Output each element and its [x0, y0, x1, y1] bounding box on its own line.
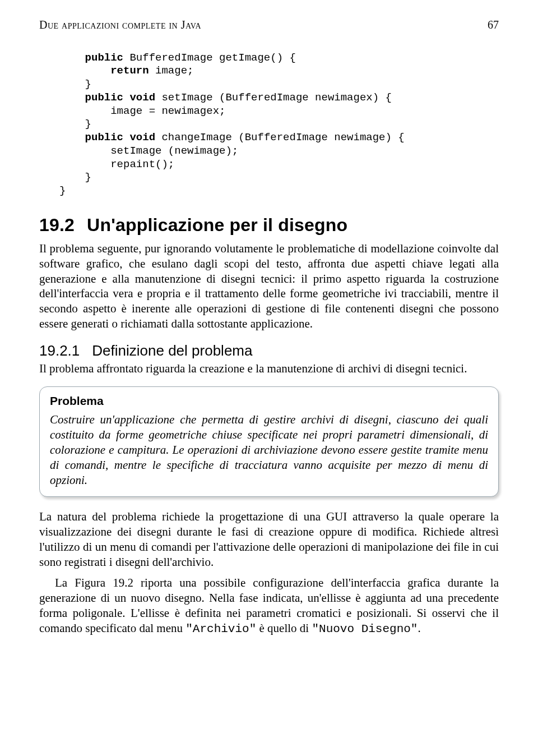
- section-title: Un'applicazione per il disegno: [87, 215, 347, 235]
- inline-code-archivio: "Archivio": [185, 623, 256, 635]
- subsection-title: Definizione del problema: [92, 342, 252, 359]
- subsection-heading-19-2-1: 19.2.1Definizione del problema: [39, 342, 499, 360]
- section-heading-19-2: 19.2Un'applicazione per il disegno: [39, 214, 499, 237]
- subsection-19-2-1-paragraph: Il problema affrontato riguarda la creaz…: [39, 361, 499, 376]
- after-callout-para1: La natura del problema richiede la proge…: [39, 509, 499, 570]
- running-title: Due applicazioni complete in Java: [39, 18, 201, 33]
- subsection-number: 19.2.1: [39, 342, 80, 359]
- section-number: 19.2: [39, 215, 75, 235]
- section-19-2-paragraph: Il problema seguente, pur ignorando volu…: [39, 241, 499, 331]
- after-callout-para2: La Figura 19.2 riporta una possibile con…: [39, 575, 499, 637]
- page-number: 67: [488, 18, 499, 33]
- callout-body: Costruire un'applicazione che permetta d…: [50, 412, 488, 487]
- callout-title: Problema: [50, 394, 488, 409]
- page: Due applicazioni complete in Java 67 pub…: [0, 0, 538, 756]
- running-head: Due applicazioni complete in Java 67: [39, 18, 499, 33]
- code-block: public BufferedImage getImage() { return…: [59, 52, 499, 198]
- problema-callout: Problema Costruire un'applicazione che p…: [39, 386, 499, 497]
- inline-code-nuovo-disegno: "Nuovo Disegno": [312, 623, 418, 635]
- spacer: [39, 570, 499, 575]
